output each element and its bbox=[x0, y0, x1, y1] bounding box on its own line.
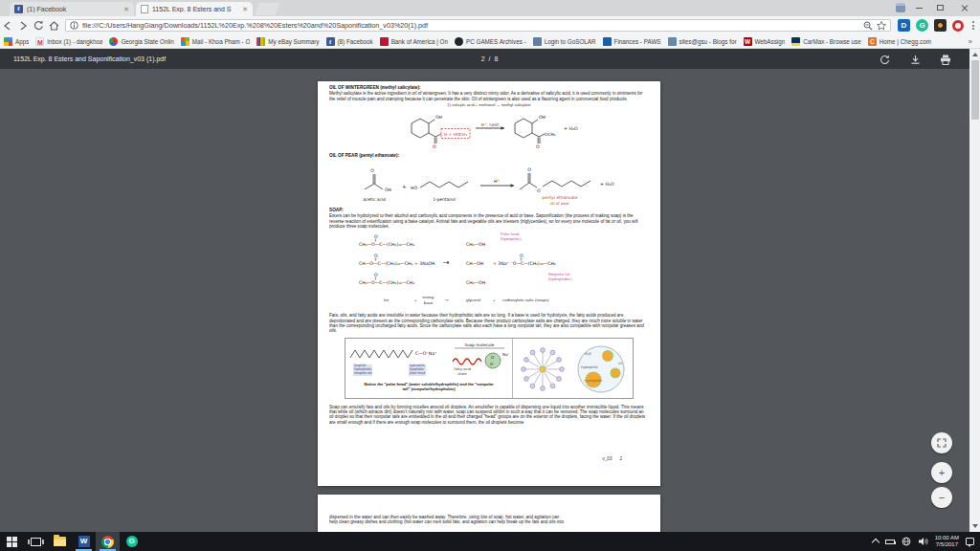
svg-text:HO: HO bbox=[411, 186, 417, 190]
glycerol-line3: CH₂—OH bbox=[466, 280, 485, 285]
bank-flag-icon bbox=[380, 37, 389, 46]
wintergreen-equation: 1) salicylic acid + methanol → methyl sa… bbox=[329, 102, 649, 107]
close-button[interactable] bbox=[956, 2, 973, 13]
soap-label: carboxylate salts (soaps) bbox=[502, 298, 549, 302]
bookmark-item-gsu-online[interactable]: Georgia State Onlin bbox=[109, 37, 173, 46]
omnibox[interactable]: file:///C:/Users/HangGiang/Downloads/115… bbox=[65, 19, 891, 32]
page-number: 2 bbox=[619, 456, 622, 461]
triester-line1: CH₂—O—C—(CH₂)₁₆—CH₃ bbox=[359, 242, 414, 247]
bookmark-label: PC GAMES Archives - bbox=[466, 38, 526, 45]
scrollbar-thumb[interactable] bbox=[971, 60, 979, 120]
svg-text:H⁺: H⁺ bbox=[494, 179, 500, 184]
svg-text:1-pentanol: 1-pentanol bbox=[433, 197, 456, 202]
svg-text:Hydrophobic: Hydrophobic bbox=[585, 378, 603, 382]
bookmark-item-chegg[interactable]: CHome | Chegg.com bbox=[868, 37, 931, 46]
pdf-favicon bbox=[141, 5, 148, 13]
bookmark-star-icon[interactable] bbox=[877, 21, 886, 31]
soap-paragraph: Esters can be hydrolyzed to their alcoho… bbox=[329, 213, 649, 229]
close-icon bbox=[961, 4, 969, 11]
back-icon bbox=[3, 21, 12, 31]
download-button[interactable] bbox=[907, 52, 923, 67]
tray-expand-icon[interactable] bbox=[871, 539, 879, 546]
bookmark-label: sites@gsu - Blogs for bbox=[679, 38, 737, 45]
fit-page-button[interactable] bbox=[931, 432, 952, 453]
bookmark-item-paws[interactable]: Finances - PAWS bbox=[603, 37, 661, 46]
extension-grammarly-icon[interactable]: G bbox=[916, 19, 928, 32]
sites-icon bbox=[668, 37, 677, 46]
bookmark-item-inbox[interactable]: MInbox (1) - dangkhoa bbox=[35, 37, 102, 46]
wintergreen-reaction-figure: OH O H + HOCH₃ H⁺, heat OH O OCH₃ + H₂O bbox=[393, 108, 585, 150]
extension-o-icon[interactable] bbox=[952, 20, 964, 32]
pdf-viewport[interactable]: OIL OF WINTERGREEN (methyl salicylate): … bbox=[0, 69, 980, 532]
menu-button[interactable] bbox=[972, 21, 974, 30]
clock[interactable]: 10:00 AM 7/5/2017 bbox=[935, 535, 959, 548]
tab-pdf[interactable]: 1152L Exp. 8 Esters and S ✕ bbox=[136, 2, 253, 16]
bookmark-item-carmax[interactable]: CarMax - Browse use bbox=[791, 37, 861, 46]
oil-droplet-svg: H₂O Hydrophilic Hydrophobic Oil bbox=[573, 343, 629, 395]
zoom-indicator-icon[interactable] bbox=[863, 21, 873, 31]
bookmark-item-mail[interactable]: Mail - Khoa Pham - O bbox=[181, 37, 251, 46]
forward-icon bbox=[18, 21, 28, 31]
rotate-button[interactable] bbox=[877, 52, 892, 67]
bookmark-label: Finances - PAWS bbox=[614, 38, 661, 45]
grammarly-button[interactable]: G bbox=[120, 532, 144, 551]
bookmark-item-bofa[interactable]: Bank of America | On bbox=[380, 37, 448, 46]
zoom-out-button[interactable]: − bbox=[931, 487, 952, 508]
extension-blocker-icon[interactable] bbox=[934, 19, 947, 32]
bookmark-item-apps[interactable]: Apps bbox=[4, 37, 29, 46]
facebook-icon: f bbox=[326, 37, 335, 46]
bookmark-item-gosolar[interactable]: Login to GoSOLAR bbox=[533, 37, 596, 46]
pdf-page-2: OIL OF WINTERGREEN (methyl salicylate): … bbox=[318, 81, 660, 486]
network-icon[interactable] bbox=[902, 537, 911, 546]
pear-heading: OIL OF PEAR (pentyl ethanoate): bbox=[329, 153, 649, 159]
bookmark-label: Apps bbox=[15, 38, 29, 45]
minimize-button[interactable] bbox=[910, 2, 927, 13]
new-tab-button[interactable] bbox=[255, 3, 279, 15]
file-explorer-button[interactable] bbox=[48, 532, 72, 551]
wintergreen-reaction-svg: OH O H + HOCH₃ H⁺, heat OH O OCH₃ + H₂O bbox=[393, 108, 585, 150]
bookmark-item-webassign[interactable]: WWebAssign bbox=[744, 37, 786, 46]
svg-text:+ H₂O: + H₂O bbox=[564, 126, 578, 131]
tray-time: 10:00 AM bbox=[935, 535, 959, 541]
zoom-in-button[interactable]: + bbox=[931, 462, 952, 483]
close-tab-icon[interactable]: ✕ bbox=[242, 6, 248, 12]
bookmark-item-sites[interactable]: sites@gsu - Blogs for bbox=[668, 37, 737, 46]
emulsify-paragraph: Soap can emulsify fats and oils by formi… bbox=[329, 405, 649, 425]
refresh-button[interactable] bbox=[31, 18, 46, 33]
naoh-term: + 3NaOH bbox=[414, 261, 435, 266]
battery-icon[interactable] bbox=[885, 540, 895, 544]
bookmark-item-facebook[interactable]: f(8) Facebook bbox=[326, 37, 373, 46]
soap-salt: + 3Na⁺ ⁻O—C—(CH₂)₁₆—CH₃ bbox=[493, 261, 556, 266]
microsoft-icon bbox=[181, 37, 189, 46]
svg-text:O: O bbox=[433, 143, 436, 148]
maximize-button[interactable] bbox=[931, 2, 948, 13]
plus-sign: + bbox=[414, 298, 417, 302]
tab-facebook[interactable]: f (1) Facebook ✕ bbox=[10, 2, 134, 16]
close-tab-icon[interactable]: ✕ bbox=[123, 6, 129, 12]
task-view-button[interactable] bbox=[24, 532, 48, 551]
gsu-icon bbox=[109, 37, 118, 46]
scroll-down-icon[interactable] bbox=[972, 524, 978, 528]
tab-title: (1) Facebook bbox=[27, 6, 120, 12]
forward-button[interactable] bbox=[15, 18, 31, 33]
bookmark-label: (8) Facebook bbox=[338, 38, 373, 45]
plus-sign: + bbox=[493, 298, 496, 302]
reaction-arrow: → bbox=[443, 258, 450, 267]
print-button[interactable] bbox=[938, 52, 953, 67]
chrome-button[interactable] bbox=[96, 532, 120, 551]
action-center-button[interactable] bbox=[966, 538, 974, 545]
refresh-icon bbox=[33, 20, 44, 31]
volume-icon[interactable] bbox=[918, 537, 928, 546]
start-button[interactable] bbox=[0, 532, 24, 551]
word-button[interactable]: W bbox=[72, 532, 96, 551]
home-button[interactable] bbox=[46, 18, 61, 33]
bookmark-item-ebay[interactable]: My eBay Summary bbox=[256, 37, 319, 46]
bookmarks-overflow-button[interactable]: » bbox=[969, 37, 976, 46]
pdf-scrollbar[interactable] bbox=[969, 49, 980, 532]
svg-text:+ H₂O: + H₂O bbox=[600, 182, 614, 187]
back-button[interactable] bbox=[0, 18, 15, 33]
screen: f (1) Facebook ✕ 1152L Exp. 8 Esters and… bbox=[0, 0, 980, 551]
bookmark-item-pcgames[interactable]: PC GAMES Archives - bbox=[455, 37, 526, 46]
scroll-up-icon[interactable] bbox=[972, 53, 978, 56]
extension-d-icon[interactable]: D bbox=[898, 19, 910, 32]
